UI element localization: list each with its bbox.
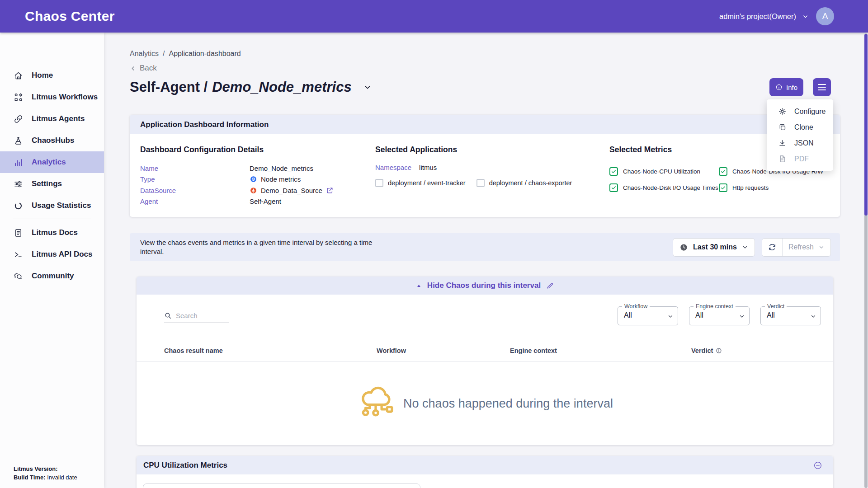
sidebar-item-label: Litmus Docs	[32, 228, 78, 237]
column-header-chaos-result-name: Chaos result name	[164, 347, 377, 354]
sidebar-item-litmus-agents[interactable]: Litmus Agents	[0, 108, 104, 130]
info-icon[interactable]	[716, 347, 722, 354]
file-icon	[778, 155, 787, 163]
workflow-filter-select[interactable]: Workflow All	[618, 306, 678, 325]
menu-item-clone[interactable]: Clone	[767, 119, 833, 135]
refresh-label: Refresh	[788, 243, 814, 251]
hide-chaos-toggle[interactable]: Hide Chaos during this interval	[137, 277, 833, 295]
back-button[interactable]: Back	[130, 64, 166, 73]
pencil-icon[interactable]	[546, 282, 554, 290]
chaos-table-header: Chaos result name Workflow Engine contex…	[137, 347, 833, 354]
hide-chaos-label: Hide Chaos during this interval	[427, 281, 541, 290]
column-header-workflow: Workflow	[377, 347, 510, 354]
menu-item-json[interactable]: JSON	[767, 135, 833, 151]
sidebar-item-litmus-docs[interactable]: Litmus Docs	[0, 222, 104, 244]
checkbox-checked[interactable]	[609, 183, 618, 192]
home-icon	[14, 71, 23, 80]
menu-item-pdf[interactable]: PDF	[767, 151, 833, 167]
sidebar-item-home[interactable]: Home	[0, 65, 104, 86]
scrollbar-thumb[interactable]	[864, 34, 868, 216]
interval-controls: Last 30 mins Refresh	[673, 238, 831, 257]
chevron-down-icon	[818, 244, 825, 250]
sidebar-item-analytics[interactable]: Analytics	[0, 151, 104, 173]
refresh-button[interactable]	[762, 239, 783, 256]
metrics-grid: Chaos-Node-CPU Utilization Chaos-Node-Di…	[609, 167, 830, 192]
external-link-icon[interactable]	[326, 187, 334, 194]
config-value: Node metrics	[261, 175, 301, 183]
refresh-icon	[768, 243, 777, 252]
sidebar-item-label: Community	[32, 272, 74, 281]
sidebar: Home Litmus Workflows Litmus Agents Chao…	[0, 33, 104, 488]
breadcrumb-analytics[interactable]: Analytics	[130, 50, 159, 58]
sidebar-item-usage-statistics[interactable]: Usage Statistics	[0, 195, 104, 216]
cpu-utilization-card: CPU Utilization Metrics	[137, 456, 833, 488]
info-button[interactable]: Info	[769, 78, 803, 96]
chevron-down-icon	[739, 313, 745, 319]
config-label: Type	[140, 175, 250, 183]
config-value: Demo_Data_Source	[261, 187, 322, 194]
hamburger-bar	[818, 89, 826, 90]
interval-description: View the chaos events and metrics in a g…	[140, 238, 387, 256]
copy-icon	[778, 123, 787, 131]
collapse-minus-icon[interactable]	[813, 461, 822, 470]
filter-value: All	[767, 311, 775, 319]
time-interval-bar: View the chaos events and metrics in a g…	[130, 233, 840, 261]
hamburger-bar	[818, 87, 826, 88]
breadcrumb-current: Application-dashboard	[169, 50, 241, 58]
sidebar-item-litmus-api-docs[interactable]: Litmus API Docs	[0, 244, 104, 265]
chat-icon	[14, 272, 23, 281]
config-value: Self-Agent	[250, 197, 281, 205]
project-selector[interactable]: admin's project(Owner)	[719, 12, 809, 21]
application-option-label: deployment / event-tracker	[388, 179, 466, 187]
sidebar-divider	[13, 219, 91, 219]
selected-applications-column: Selected Applications Namespace litmus d…	[375, 141, 609, 207]
donut-icon	[14, 201, 23, 211]
flask-icon	[14, 136, 23, 145]
search-icon	[164, 312, 172, 319]
checkbox-unchecked[interactable]	[375, 179, 383, 187]
time-range-label: Last 30 mins	[693, 243, 737, 251]
dashboard-info-body: Dashboard Configuration Details Name Dem…	[130, 134, 840, 217]
chaos-events-card: Hide Chaos during this interval Workflow…	[137, 277, 833, 445]
title-agent: Self-Agent /	[130, 79, 208, 95]
sidebar-item-label: Litmus Workflows	[32, 93, 98, 102]
terminal-icon	[14, 250, 23, 259]
hamburger-menu-button[interactable]	[813, 78, 831, 96]
namespace-value: litmus	[419, 164, 437, 171]
time-range-dropdown[interactable]: Last 30 mins	[673, 238, 755, 257]
build-time-value: Invalid date	[47, 474, 77, 481]
menu-item-label: Configure	[794, 108, 826, 116]
filter-label: Engine context	[693, 303, 736, 310]
checkbox-unchecked[interactable]	[476, 179, 485, 187]
refresh-interval-dropdown[interactable]: Refresh	[783, 239, 830, 256]
info-button-label: Info	[786, 84, 797, 91]
download-icon	[778, 139, 787, 147]
empty-state: No chaos happened during the interval	[137, 362, 833, 445]
filter-value: All	[695, 311, 703, 319]
sidebar-item-litmus-workflows[interactable]: Litmus Workflows	[0, 86, 104, 108]
cpu-utilization-title: CPU Utilization Metrics	[143, 461, 227, 470]
empty-state-message: No chaos happened during the interval	[403, 397, 613, 411]
checkbox-checked[interactable]	[609, 167, 618, 176]
sidebar-item-chaoshubs[interactable]: ChaosHubs	[0, 130, 104, 151]
engine-context-filter-select[interactable]: Engine context All	[689, 306, 750, 325]
menu-item-configure[interactable]: Configure	[767, 103, 833, 119]
page-title: Self-Agent / Demo_Node_metrics	[130, 79, 352, 95]
sidebar-item-label: Litmus Agents	[32, 114, 85, 123]
workflows-icon	[14, 93, 23, 102]
column-header-engine-context: Engine context	[510, 347, 691, 354]
chevron-down-icon	[667, 313, 674, 319]
verdict-filter-select[interactable]: Verdict All	[760, 306, 821, 325]
gear-icon	[778, 107, 787, 116]
dashboard-switcher-dropdown[interactable]	[363, 83, 372, 91]
checkbox-checked[interactable]	[719, 167, 727, 176]
config-row-agent: Agent Self-Agent	[140, 196, 375, 207]
sidebar-item-settings[interactable]: Settings	[0, 173, 104, 195]
avatar[interactable]: A	[816, 7, 834, 25]
dashboard-info-panel-header: Application Dashboard Information	[130, 115, 840, 134]
search-input[interactable]	[176, 312, 229, 319]
config-value: Demo_Node_metrics	[250, 164, 313, 172]
sidebar-item-community[interactable]: Community	[0, 265, 104, 287]
sidebar-footer: Litmus Version: Build Time: Invalid date	[0, 465, 104, 488]
checkbox-checked[interactable]	[719, 183, 727, 192]
